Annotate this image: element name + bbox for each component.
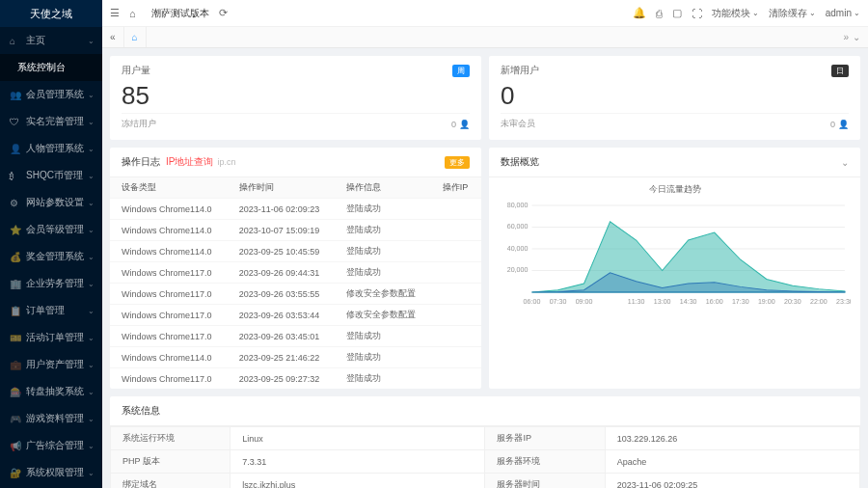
sidebar-item[interactable]: 🎫活动订单管理⌄ xyxy=(0,324,102,351)
new-flag: 日 xyxy=(831,65,849,77)
chevron-down-icon: ⌄ xyxy=(88,307,95,315)
menu-item-label: 会员等级管理 xyxy=(26,223,88,236)
card-users: 用户量 周 85 冻结用户 0 👤 xyxy=(110,56,481,140)
chevron-down-icon: ⌄ xyxy=(88,415,95,423)
menu-home[interactable]: ⌂ 主页 ⌄ xyxy=(0,27,102,54)
content-scroll[interactable]: 用户量 周 85 冻结用户 0 👤 新增用户 日 xyxy=(102,48,868,488)
users-sub-value: 0 xyxy=(451,120,456,129)
svg-text:80,000: 80,000 xyxy=(507,202,529,208)
chevron-down-icon[interactable]: ⌄ xyxy=(841,157,849,168)
table-cell: 登陆成功 xyxy=(335,199,430,220)
table-header: 设备类型 xyxy=(110,177,228,199)
topbar: ☰ ⌂ 潮萨测试版本 ⟳ 🔔 ⎙ ▢ ⛶ 功能模块 ⌄ 清除缓存 ⌄ xyxy=(102,0,868,27)
sidebar-item[interactable]: 📢广告综合管理⌄ xyxy=(0,432,102,459)
svg-text:17:30: 17:30 xyxy=(732,298,749,305)
table-cell: 2023-09-26 09:44:31 xyxy=(228,262,335,284)
modules-label: 功能模块 xyxy=(712,7,750,20)
menu-item-icon: ₿ xyxy=(10,171,21,181)
chevron-down-icon: ⌄ xyxy=(854,9,860,17)
sidebar-item[interactable]: 💰奖金管理系统⌄ xyxy=(0,243,102,270)
svg-text:22:00: 22:00 xyxy=(810,298,827,305)
modules-dropdown[interactable]: 功能模块 ⌄ xyxy=(712,7,759,20)
menu-item-icon: 📋 xyxy=(10,306,21,316)
sidebar-item[interactable]: ⚙网站参数设置⌄ xyxy=(0,189,102,216)
sidebar-item[interactable]: ₿SHQC币管理⌄ xyxy=(0,162,102,189)
card-new-users: 新增用户 日 0 未审会员 0 👤 xyxy=(489,56,860,140)
table-cell: 登陆成功 xyxy=(335,347,430,368)
sysinfo-key: PHP 版本 xyxy=(111,450,231,474)
refresh-icon[interactable]: ⟳ xyxy=(219,7,228,19)
svg-text:14:30: 14:30 xyxy=(680,298,697,305)
window-icon[interactable]: ▢ xyxy=(672,7,682,19)
table-row: 绑定域名lszc.jkzhi.plus服务器时间2023-11-06 02:09… xyxy=(111,474,860,489)
user-dropdown[interactable]: admin ⌄ xyxy=(826,8,860,18)
fullscreen-icon[interactable]: ⛶ xyxy=(692,8,702,19)
menu-item-label: 网站参数设置 xyxy=(26,196,88,209)
table-cell: Windows Chrome114.0 xyxy=(110,199,228,220)
chevron-down-icon: ⌄ xyxy=(88,442,95,450)
menu-item-label: 订单管理 xyxy=(26,304,88,317)
new-value: 0 xyxy=(501,81,849,111)
table-cell: Windows Chrome117.0 xyxy=(110,326,228,347)
menu-item-label: 活动订单管理 xyxy=(26,331,88,344)
home-icon[interactable]: ⌂ xyxy=(129,8,136,19)
sidebar-item[interactable]: 🎮游戏资料管理⌄ xyxy=(0,405,102,432)
sysinfo-key: 服务器时间 xyxy=(485,474,605,489)
table-row: Windows Chrome114.02023-09-25 10:45:59登陆… xyxy=(110,241,481,262)
table-cell xyxy=(431,326,481,347)
print-icon[interactable]: ⎙ xyxy=(656,8,663,19)
chart-panel-title: 数据概览 xyxy=(501,155,539,169)
table-cell: Windows Chrome117.0 xyxy=(110,368,228,390)
tab-back[interactable]: « xyxy=(102,27,124,47)
traffic-chart: 20,00040,00060,00080,00006:0007:3009:001… xyxy=(499,200,851,306)
card-sysinfo: 系统信息 系统运行环境Linux服务器IP103.229.126.26PHP 版… xyxy=(110,396,860,488)
menu-console[interactable]: 系统控制台 xyxy=(0,54,102,81)
menu-item-label: 广告综合管理 xyxy=(26,439,88,452)
main-area: ☰ ⌂ 潮萨测试版本 ⟳ 🔔 ⎙ ▢ ⛶ 功能模块 ⌄ 清除缓存 ⌄ xyxy=(102,0,868,488)
sidebar-item[interactable]: 🎰转盘抽奖系统⌄ xyxy=(0,378,102,405)
chart-title: 今日流量趋势 xyxy=(499,183,851,196)
table-cell: 2023-09-26 03:55:55 xyxy=(228,284,335,305)
menu-item-icon: 🛡 xyxy=(10,117,21,127)
sidebar-item[interactable]: 🔐系统权限管理⌄ xyxy=(0,459,102,486)
svg-text:07:30: 07:30 xyxy=(550,298,567,305)
home-icon: ⌂ xyxy=(10,36,21,46)
tab-home[interactable]: ⌂ xyxy=(124,27,147,47)
table-header: 操作IP xyxy=(431,177,481,199)
bell-icon[interactable]: 🔔 xyxy=(633,7,646,19)
svg-text:11:30: 11:30 xyxy=(628,298,645,305)
table-cell: Windows Chrome114.0 xyxy=(110,220,228,241)
cache-dropdown[interactable]: 清除缓存 ⌄ xyxy=(769,7,816,20)
svg-text:13:00: 13:00 xyxy=(654,298,671,305)
menu-item-label: 企业劳务管理 xyxy=(26,277,88,290)
sidebar-item[interactable]: 🛡实名完善管理⌄ xyxy=(0,108,102,135)
sidebar-item[interactable]: 📋订单管理⌄ xyxy=(0,297,102,324)
sysinfo-value: Apache xyxy=(605,450,859,474)
new-sub-value: 0 xyxy=(830,120,835,129)
table-cell: Windows Chrome117.0 xyxy=(110,262,228,284)
sysinfo-value: 2023-11-06 02:09:25 xyxy=(605,474,859,489)
svg-text:40,000: 40,000 xyxy=(507,245,529,252)
tabs-more[interactable]: » ⌄ xyxy=(835,27,868,47)
menu-item-label: SHQC币管理 xyxy=(26,169,88,182)
brand-title: 天使之域 xyxy=(0,0,102,27)
table-row: Windows Chrome117.02023-09-26 09:44:31登陆… xyxy=(110,262,481,284)
table-cell: 修改安全参数配置 xyxy=(335,284,430,305)
logs-more-tag[interactable]: 更多 xyxy=(445,156,470,169)
sidebar-item[interactable]: 🏢企业劳务管理⌄ xyxy=(0,270,102,297)
table-row: Windows Chrome117.02023-09-26 03:45:01登陆… xyxy=(110,326,481,347)
sidebar-item[interactable]: 💼用户资产管理⌄ xyxy=(0,351,102,378)
sidebar-item[interactable]: 👤人物管理系统⌄ xyxy=(0,135,102,162)
cache-label: 清除缓存 xyxy=(769,7,807,20)
menu-collapse-icon[interactable]: ☰ xyxy=(110,7,120,19)
sidebar-item[interactable]: 👥会员管理系统⌄ xyxy=(0,81,102,108)
ip-lookup-link[interactable]: IP地址查询 xyxy=(166,155,213,169)
card-chart: 数据概览 ⌄ 今日流量趋势 20,00040,00060,00080,00006… xyxy=(489,148,860,389)
table-cell: Windows Chrome114.0 xyxy=(110,241,228,262)
user-icon: 👤 xyxy=(838,120,849,129)
sidebar-item[interactable]: ⭐会员等级管理⌄ xyxy=(0,216,102,243)
table-header: 操作时间 xyxy=(228,177,335,199)
sysinfo-value: 7.3.31 xyxy=(231,450,485,474)
chevron-down-icon: ⌄ xyxy=(88,172,95,180)
table-cell: 2023-09-25 21:46:22 xyxy=(228,347,335,368)
